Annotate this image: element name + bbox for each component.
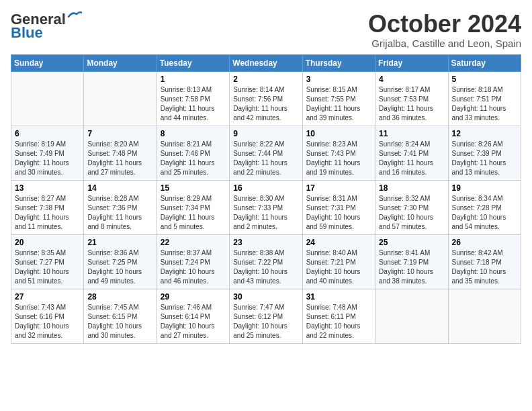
calendar-day-cell: 25Sunrise: 8:41 AM Sunset: 7:19 PM Dayli… (375, 234, 448, 289)
day-number: 17 (306, 183, 371, 193)
day-info: Sunrise: 8:19 AM Sunset: 7:49 PM Dayligh… (15, 140, 80, 177)
day-number: 22 (161, 238, 226, 247)
calendar-day-cell: 20Sunrise: 8:35 AM Sunset: 7:27 PM Dayli… (11, 234, 84, 289)
day-number: 19 (452, 183, 517, 193)
calendar-day-cell: 6Sunrise: 8:19 AM Sunset: 7:49 PM Daylig… (11, 126, 84, 180)
calendar-day-cell: 18Sunrise: 8:32 AM Sunset: 7:30 PM Dayli… (375, 180, 448, 234)
calendar-day-cell: 15Sunrise: 8:29 AM Sunset: 7:34 PM Dayli… (157, 180, 229, 234)
calendar-day-cell: 14Sunrise: 8:28 AM Sunset: 7:36 PM Dayli… (84, 180, 157, 234)
day-info: Sunrise: 8:27 AM Sunset: 7:38 PM Dayligh… (15, 194, 80, 232)
calendar-day-cell: 27Sunrise: 7:43 AM Sunset: 6:16 PM Dayli… (11, 289, 84, 343)
weekday-header-cell: Monday (84, 54, 157, 71)
day-number: 5 (452, 75, 517, 84)
day-number: 29 (161, 292, 226, 302)
title-area: October 2024 Grijalba, Castille and Leon… (368, 11, 521, 49)
day-info: Sunrise: 7:43 AM Sunset: 6:16 PM Dayligh… (15, 303, 80, 340)
day-info: Sunrise: 7:48 AM Sunset: 6:11 PM Dayligh… (306, 303, 371, 340)
header: General Blue October 2024 Grijalba, Cast… (11, 11, 521, 49)
calendar-day-cell: 7Sunrise: 8:20 AM Sunset: 7:48 PM Daylig… (84, 126, 157, 180)
calendar-day-cell: 19Sunrise: 8:34 AM Sunset: 7:28 PM Dayli… (448, 180, 521, 234)
day-number: 9 (233, 129, 298, 138)
weekday-header-row: SundayMondayTuesdayWednesdayThursdayFrid… (11, 54, 521, 71)
weekday-header-cell: Tuesday (157, 54, 229, 71)
calendar-day-cell: 9Sunrise: 8:22 AM Sunset: 7:44 PM Daylig… (230, 126, 302, 180)
day-info: Sunrise: 8:24 AM Sunset: 7:41 PM Dayligh… (379, 140, 444, 177)
logo: General Blue (11, 11, 82, 42)
day-number: 30 (233, 292, 298, 302)
calendar-day-cell: 17Sunrise: 8:31 AM Sunset: 7:31 PM Dayli… (302, 180, 375, 234)
logo-bird-icon (67, 10, 82, 22)
calendar-day-cell: 16Sunrise: 8:30 AM Sunset: 7:33 PM Dayli… (230, 180, 302, 234)
day-info: Sunrise: 8:32 AM Sunset: 7:30 PM Dayligh… (379, 194, 444, 232)
day-number: 28 (87, 292, 152, 302)
day-number: 21 (87, 238, 152, 247)
calendar-body: 1Sunrise: 8:13 AM Sunset: 7:58 PM Daylig… (11, 71, 521, 343)
day-info: Sunrise: 7:45 AM Sunset: 6:15 PM Dayligh… (87, 303, 152, 340)
day-info: Sunrise: 8:13 AM Sunset: 7:58 PM Dayligh… (161, 85, 226, 123)
day-info: Sunrise: 8:36 AM Sunset: 7:25 PM Dayligh… (87, 248, 152, 286)
calendar-day-cell: 13Sunrise: 8:27 AM Sunset: 7:38 PM Dayli… (11, 180, 84, 234)
day-info: Sunrise: 8:23 AM Sunset: 7:43 PM Dayligh… (306, 140, 371, 177)
day-info: Sunrise: 8:14 AM Sunset: 7:56 PM Dayligh… (233, 85, 298, 123)
day-info: Sunrise: 8:28 AM Sunset: 7:36 PM Dayligh… (87, 194, 152, 232)
day-number: 11 (379, 129, 444, 138)
calendar-day-cell (448, 289, 521, 343)
weekday-header-cell: Wednesday (230, 54, 302, 71)
day-info: Sunrise: 8:17 AM Sunset: 7:53 PM Dayligh… (379, 85, 444, 123)
day-number: 7 (87, 129, 152, 138)
day-number: 15 (161, 183, 226, 193)
day-number: 10 (306, 129, 371, 138)
calendar-day-cell: 8Sunrise: 8:21 AM Sunset: 7:46 PM Daylig… (157, 126, 229, 180)
day-info: Sunrise: 8:15 AM Sunset: 7:55 PM Dayligh… (306, 85, 371, 123)
logo-blue: Blue (11, 24, 43, 42)
day-info: Sunrise: 8:31 AM Sunset: 7:31 PM Dayligh… (306, 194, 371, 232)
weekday-header-cell: Thursday (302, 54, 375, 71)
day-number: 25 (379, 238, 444, 247)
day-info: Sunrise: 8:29 AM Sunset: 7:34 PM Dayligh… (161, 194, 226, 232)
day-number: 27 (15, 292, 80, 302)
weekday-header-cell: Saturday (448, 54, 521, 71)
day-info: Sunrise: 8:22 AM Sunset: 7:44 PM Dayligh… (233, 140, 298, 177)
day-info: Sunrise: 8:40 AM Sunset: 7:21 PM Dayligh… (306, 248, 371, 286)
day-info: Sunrise: 8:42 AM Sunset: 7:18 PM Dayligh… (452, 248, 517, 286)
weekday-header-cell: Sunday (11, 54, 84, 71)
calendar-day-cell (84, 71, 157, 126)
day-number: 6 (15, 129, 80, 138)
day-number: 14 (87, 183, 152, 193)
day-info: Sunrise: 8:20 AM Sunset: 7:48 PM Dayligh… (87, 140, 152, 177)
day-info: Sunrise: 7:47 AM Sunset: 6:12 PM Dayligh… (233, 303, 298, 340)
day-info: Sunrise: 8:37 AM Sunset: 7:24 PM Dayligh… (161, 248, 226, 286)
calendar-day-cell: 24Sunrise: 8:40 AM Sunset: 7:21 PM Dayli… (302, 234, 375, 289)
day-number: 2 (233, 75, 298, 84)
day-number: 23 (233, 238, 298, 247)
day-info: Sunrise: 8:34 AM Sunset: 7:28 PM Dayligh… (452, 194, 517, 232)
day-number: 3 (306, 75, 371, 84)
calendar-day-cell: 21Sunrise: 8:36 AM Sunset: 7:25 PM Dayli… (84, 234, 157, 289)
calendar-day-cell (11, 71, 84, 126)
day-number: 4 (379, 75, 444, 84)
calendar-day-cell: 4Sunrise: 8:17 AM Sunset: 7:53 PM Daylig… (375, 71, 448, 126)
calendar-day-cell: 5Sunrise: 8:18 AM Sunset: 7:51 PM Daylig… (448, 71, 521, 126)
day-info: Sunrise: 8:18 AM Sunset: 7:51 PM Dayligh… (452, 85, 517, 123)
calendar-day-cell: 3Sunrise: 8:15 AM Sunset: 7:55 PM Daylig… (302, 71, 375, 126)
calendar-day-cell: 26Sunrise: 8:42 AM Sunset: 7:18 PM Dayli… (448, 234, 521, 289)
calendar-week-row: 13Sunrise: 8:27 AM Sunset: 7:38 PM Dayli… (11, 180, 521, 234)
day-info: Sunrise: 8:30 AM Sunset: 7:33 PM Dayligh… (233, 194, 298, 232)
month-title: October 2024 (368, 11, 521, 38)
calendar-day-cell: 10Sunrise: 8:23 AM Sunset: 7:43 PM Dayli… (302, 126, 375, 180)
calendar-day-cell: 31Sunrise: 7:48 AM Sunset: 6:11 PM Dayli… (302, 289, 375, 343)
day-number: 12 (452, 129, 517, 138)
calendar-day-cell: 2Sunrise: 8:14 AM Sunset: 7:56 PM Daylig… (230, 71, 302, 126)
calendar-day-cell: 1Sunrise: 8:13 AM Sunset: 7:58 PM Daylig… (157, 71, 229, 126)
calendar-day-cell (375, 289, 448, 343)
day-number: 24 (306, 238, 371, 247)
calendar-day-cell: 22Sunrise: 8:37 AM Sunset: 7:24 PM Dayli… (157, 234, 229, 289)
calendar-week-row: 27Sunrise: 7:43 AM Sunset: 6:16 PM Dayli… (11, 289, 521, 343)
day-number: 20 (15, 238, 80, 247)
day-number: 31 (306, 292, 371, 302)
day-info: Sunrise: 8:21 AM Sunset: 7:46 PM Dayligh… (161, 140, 226, 177)
day-number: 18 (379, 183, 444, 193)
calendar-day-cell: 30Sunrise: 7:47 AM Sunset: 6:12 PM Dayli… (230, 289, 302, 343)
weekday-header-cell: Friday (375, 54, 448, 71)
calendar: SundayMondayTuesdayWednesdayThursdayFrid… (11, 54, 521, 344)
